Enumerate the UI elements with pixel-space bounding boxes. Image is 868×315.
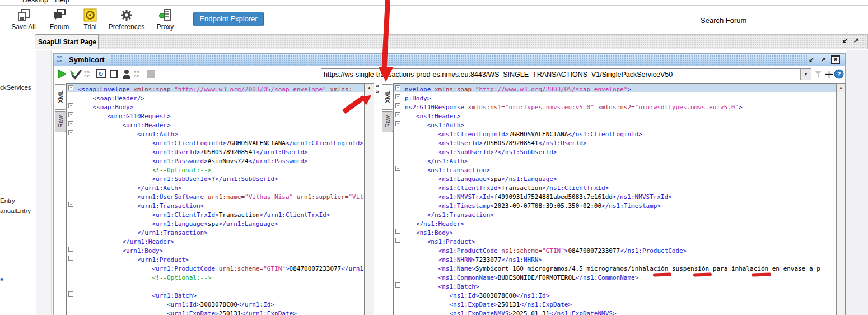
response-xml-editor[interactable]: -nvelope xmlns:soap="http://www.w3.org/2…	[393, 83, 836, 315]
xml-line: - <urn1:Auth>	[67, 128, 364, 137]
fold-toggle-icon[interactable]: -	[395, 112, 400, 117]
xml-line: <ns1:ExpDate>250131</ns1:ExpDate>	[394, 299, 836, 308]
save-all-icon	[8, 7, 39, 22]
soapui-logo-icon: SO AP	[57, 55, 63, 63]
request-tab-raw[interactable]: Raw	[55, 111, 66, 132]
menu-bar: Desktop Help	[0, 0, 868, 5]
request-tab-xml[interactable]: XML	[55, 84, 66, 110]
help-icon[interactable]: ?	[834, 68, 844, 80]
xml-line: <urn1:ExpDate>250131</urn1:ExpDate>	[67, 308, 364, 315]
navigator-link-fragment[interactable]: e	[0, 276, 3, 282]
xml-line: <urn1:Password>AsinNmvs?24</urn1:Passwor…	[67, 155, 364, 164]
xml-line	[67, 281, 364, 290]
navigator-divider[interactable]	[34, 50, 34, 315]
xml-line: <ns1:NHRN>7233077</ns1:NHRN>	[394, 254, 836, 263]
red-underline-annotation	[752, 272, 771, 276]
menu-item-help[interactable]: Help	[55, 0, 69, 4]
xml-line: </urn1:Auth>	[67, 182, 364, 191]
help-glyph: ?	[837, 71, 841, 77]
xml-line: </urn1:Transaction>	[67, 227, 364, 236]
fold-toggle-icon[interactable]: -	[68, 202, 73, 207]
request-window: SO AP Symbicort ↙ ↗ ✕ SOAP ↻ SOAP ▼	[53, 53, 846, 315]
xml-line: - <ns1:Header>	[394, 110, 836, 119]
xml-line: <urn1:ClientTrxId>Transaction</urn1:Clie…	[67, 209, 364, 218]
preferences-button[interactable]: Preferences	[108, 7, 146, 31]
fold-toggle-icon[interactable]: -	[68, 247, 73, 252]
navigator-item-fragment[interactable]: ckServices	[0, 84, 31, 91]
fold-toggle-icon[interactable]: -	[68, 256, 73, 261]
xml-line: -ns2:G110Response xmlns:ns1="urn:types.n…	[394, 101, 836, 110]
xml-line: - <urn1:Header>	[67, 119, 364, 128]
scroll-up-icon[interactable]: ▲	[365, 84, 374, 92]
request-xml-editor[interactable]: -<soap:Envelope xmlns:soap="http://www.w…	[66, 83, 365, 315]
xml-line: <ns1:Language>spa</ns1:Language>	[394, 173, 836, 182]
splitter-collapse-buttons[interactable]: «»	[374, 84, 381, 95]
xml-line: <ns1:NMVSTrxId>f4990931d7524881abed5083c…	[394, 191, 836, 200]
fold-toggle-icon[interactable]: -	[68, 112, 73, 117]
navigator-item-fragment[interactable]: anualEntry	[0, 207, 31, 214]
xml-line: <ns1:ClientLoginId>7GRHOSVALENCIANA</ns1…	[394, 128, 836, 137]
xml-line: </ns1:Auth>	[394, 155, 836, 164]
response-tab-raw[interactable]: Raw	[382, 111, 393, 132]
fold-toggle-icon[interactable]: -	[395, 166, 400, 171]
create-empty-icon[interactable]	[122, 68, 132, 80]
endpoint-dropdown-icon[interactable]: ▼	[800, 69, 811, 80]
xml-line: -nvelope xmlns:soap="http://www.w3.org/2…	[394, 84, 836, 92]
soap-mini-icon[interactable]: SOAP	[134, 68, 140, 80]
save-all-button[interactable]: Save All	[8, 7, 39, 31]
fold-toggle-icon[interactable]: -	[68, 130, 73, 135]
close-window-icon[interactable]: ✕	[831, 55, 840, 64]
scroll-up-icon[interactable]: ▲	[837, 84, 845, 92]
trial-button[interactable]: Trial	[77, 7, 103, 31]
xml-line: - <urn1:Body>	[67, 245, 364, 254]
fold-toggle-icon[interactable]: -	[68, 85, 73, 90]
response-scrollbar[interactable]: ▲	[836, 83, 846, 315]
response-tab-xml[interactable]: XML	[382, 84, 393, 110]
endpoint-url-combo[interactable]: ▼	[321, 68, 811, 80]
xml-line: - <urn1:Transaction>	[67, 200, 364, 209]
fold-toggle-icon[interactable]: -	[395, 94, 400, 99]
fold-toggle-icon[interactable]: -	[395, 238, 400, 243]
submit-request-icon[interactable]	[69, 68, 82, 80]
run-request-icon[interactable]	[57, 68, 67, 80]
proxy-button[interactable]: Proxy	[152, 7, 178, 31]
fold-toggle-icon[interactable]: -	[395, 103, 400, 108]
xml-line: - <ns1:Transaction>	[394, 164, 836, 173]
red-arrow-down-head	[379, 67, 393, 82]
add-crosshair-icon[interactable]	[825, 68, 833, 80]
red-underline-annotation	[653, 272, 671, 276]
cancel-request-icon[interactable]	[109, 68, 118, 80]
search-forum-input[interactable]	[746, 13, 868, 25]
maximize-window-icon[interactable]: ↗	[818, 55, 828, 64]
xml-line: <soap:Header/>	[67, 92, 364, 101]
search-forum-label: Search Forum	[701, 16, 746, 25]
request-window-titlebar[interactable]: SO AP Symbicort ↙ ↗ ✕	[54, 54, 845, 67]
xml-line: - <ns1:Body>	[394, 227, 836, 236]
fold-toggle-icon[interactable]: -	[395, 229, 400, 234]
float-window-icon[interactable]: ↗	[853, 36, 859, 44]
xml-line: <urn1:SubUserId>?</urn1:SubUserId>	[67, 173, 364, 182]
fold-toggle-icon[interactable]: -	[68, 291, 73, 297]
fold-toggle-icon[interactable]: -	[395, 282, 400, 288]
recreate-request-icon[interactable]: ↻	[95, 68, 106, 80]
fold-toggle-icon[interactable]: -	[68, 121, 73, 126]
endpoint-explorer-button[interactable]: Endpoint Explorer	[193, 12, 264, 26]
red-underline-annotation	[693, 272, 712, 276]
fold-toggle-icon[interactable]: -	[68, 103, 73, 108]
navigator-item-fragment[interactable]: Entry	[0, 197, 15, 204]
xml-line: <ns1:ExpDateNMVS>2025-01-31</ns1:ExpDate…	[394, 308, 836, 315]
menu-item-desktop[interactable]: Desktop	[22, 0, 48, 4]
request-xml-lines: -<soap:Envelope xmlns:soap="http://www.w…	[67, 84, 364, 315]
xml-line: <urn1:Language>spa</urn1:Language>	[67, 218, 364, 227]
xml-line: <urn1:Id>3003078C00</urn1:Id>	[67, 299, 364, 308]
xml-line: -p:Body>	[394, 92, 836, 101]
xml-line: <urn1:UserSoftware urn1:name="Vithas Nis…	[67, 191, 364, 200]
minimize-window-icon[interactable]: ↙	[806, 55, 816, 64]
fold-toggle-icon[interactable]: -	[395, 85, 400, 90]
soap-mini-icon[interactable]: SOAP	[84, 68, 90, 80]
fold-toggle-icon[interactable]: -	[395, 121, 400, 126]
forum-button[interactable]: Forum	[45, 7, 74, 31]
tab-soapui-start-page[interactable]: SoapUI Start Page	[36, 34, 99, 49]
xml-line: -<soap:Envelope xmlns:soap="http://www.w…	[67, 84, 364, 92]
dock-window-icon[interactable]: ↙	[842, 36, 848, 44]
